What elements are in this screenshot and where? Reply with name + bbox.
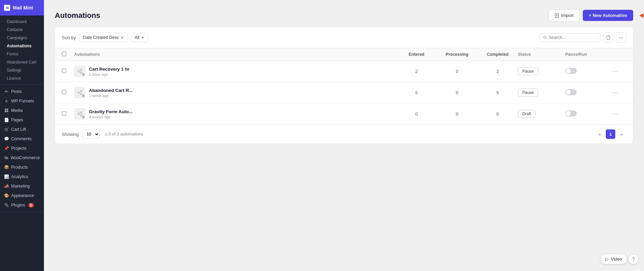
row2-more-button[interactable]: ··· — [613, 90, 618, 96]
wp-funnels-icon: ≡ — [4, 99, 9, 103]
row1-more-button[interactable]: ··· — [613, 68, 618, 74]
sidebar-item-products[interactable]: 📦 Products — [0, 163, 44, 172]
row1-processing: 0 — [437, 69, 477, 74]
wp-nav-section: ✏ Posts ≡ WP Funnels 🖼 Media 📄 Pages 🛒 C… — [0, 85, 44, 212]
row3-name[interactable]: Gravity Form Auto... — [89, 109, 133, 114]
sidebar-item-plugins[interactable]: 🔌 Plugins 5 — [0, 200, 44, 210]
first-page-button[interactable]: « — [595, 129, 604, 139]
row3-automation-cell: Gravity Form Auto... 4 weeks ago — [74, 108, 396, 120]
page-title: Automations — [55, 11, 100, 20]
row1-checkbox-cell — [62, 69, 74, 74]
video-play-icon: ▷ — [605, 256, 609, 262]
select-all-checkbox[interactable] — [62, 52, 66, 56]
pages-icon: 📄 — [4, 118, 9, 122]
media-icon: 🖼 — [4, 108, 9, 113]
sidebar-item-contacts[interactable]: Contacts — [0, 26, 44, 34]
row1-entered: 2 — [396, 69, 437, 74]
row3-more-button[interactable]: ··· — [613, 111, 618, 117]
sidebar-item-posts[interactable]: ✏ Posts — [0, 87, 44, 96]
sidebar: ✉ Mail Mint Dashboard Contacts Campaigns… — [0, 0, 44, 271]
row2-automation-icon — [74, 87, 86, 98]
sidebar-item-licence[interactable]: Licence — [0, 74, 44, 82]
sidebar-item-settings[interactable]: Settings — [0, 66, 44, 74]
last-page-button[interactable]: » — [617, 129, 626, 139]
sidebar-item-cart-lift[interactable]: 🛒 Cart Lift — [0, 125, 44, 134]
help-button[interactable]: ? — [628, 254, 639, 264]
per-page-select[interactable]: 10 25 50 — [82, 130, 100, 139]
sort-select[interactable]: Date Created Desc ▼ — [79, 33, 127, 42]
more-dots-icon: ··· — [619, 35, 623, 40]
row3-checkbox[interactable] — [62, 111, 66, 116]
sidebar-item-wp-funnels[interactable]: ≡ WP Funnels — [0, 96, 44, 106]
brand[interactable]: ✉ Mail Mint — [0, 0, 44, 16]
sidebar-item-comments[interactable]: 💬 Comments — [0, 134, 44, 144]
col-processing: Processing — [437, 52, 477, 57]
row2-actions-cell: ··· — [613, 90, 626, 96]
sidebar-item-forms[interactable]: Forms — [0, 50, 44, 58]
row1-toggle[interactable] — [565, 68, 577, 74]
appearance-icon: 🎨 — [4, 193, 9, 198]
row1-toggle-cell — [565, 68, 613, 75]
filter-select[interactable]: All ▼ — [131, 33, 148, 42]
automation-flow-icon — [77, 111, 82, 117]
table-row: Gravity Form Auto... 4 weeks ago 0 0 0 D… — [55, 103, 633, 124]
page-range: 1-3 of 3 automations — [105, 132, 143, 137]
row2-name[interactable]: Abandoned Cart R... — [89, 88, 133, 93]
automation-flow-icon — [77, 69, 82, 74]
sidebar-item-abandoned-cart[interactable]: Abandoned Cart — [0, 58, 44, 66]
row1-checkbox[interactable] — [62, 69, 66, 73]
svg-point-9 — [80, 72, 82, 74]
plugins-icon: 🔌 — [4, 203, 9, 207]
row3-automation-icon — [74, 108, 86, 120]
row2-checkbox[interactable] — [62, 90, 66, 94]
sidebar-item-woocommerce[interactable]: 🛍 WooCommerce — [0, 153, 44, 163]
refresh-button[interactable] — [603, 32, 613, 43]
brand-name: Mail Mint — [13, 5, 33, 10]
row2-toggle[interactable] — [565, 89, 577, 95]
row3-toggle[interactable] — [565, 110, 577, 117]
video-button[interactable]: ▷ Video — [600, 254, 627, 264]
import-button[interactable]: Import — [549, 9, 579, 21]
search-box — [540, 33, 600, 42]
filter-chevron-icon: ▼ — [141, 36, 144, 40]
sidebar-item-pages[interactable]: 📄 Pages — [0, 115, 44, 125]
row3-status-cell: Draft — [518, 110, 565, 118]
svg-point-12 — [78, 92, 79, 94]
sidebar-item-dashboard[interactable]: Dashboard — [0, 18, 44, 26]
svg-point-13 — [80, 91, 82, 92]
row2-processing: 0 — [437, 90, 477, 95]
sidebar-item-marketing[interactable]: 📣 Marketing — [0, 181, 44, 191]
row1-status-cell: Pause — [518, 67, 565, 75]
row1-automation-icon — [74, 66, 86, 77]
col-automations: Automations — [74, 52, 396, 57]
row2-completed: 5 — [477, 90, 518, 95]
more-options-button[interactable]: ··· — [616, 32, 626, 43]
woocommerce-icon: 🛍 — [4, 155, 8, 160]
row3-status-badge[interactable]: Draft — [518, 110, 535, 118]
row2-checkbox-cell — [62, 90, 74, 95]
svg-line-21 — [79, 114, 80, 115]
row1-automation-cell: Cart Recovery 1 hr 2 days ago — [74, 66, 396, 77]
row1-name[interactable]: Cart Recovery 1 hr — [89, 67, 129, 72]
posts-icon: ✏ — [4, 89, 9, 94]
table-row: Cart Recovery 1 hr 2 days ago 2 0 2 Paus… — [55, 61, 633, 82]
col-pause-run: Pause/Run — [565, 52, 613, 57]
sidebar-item-media[interactable]: 🖼 Media — [0, 106, 44, 115]
comments-icon: 💬 — [4, 137, 9, 141]
row1-status-badge[interactable]: Pause — [518, 67, 538, 75]
plugins-badge: 5 — [28, 203, 34, 207]
sidebar-item-projects[interactable]: 📌 Projects — [0, 144, 44, 153]
sidebar-item-appearance[interactable]: 🎨 Appearance — [0, 191, 44, 200]
svg-point-4 — [544, 36, 546, 38]
search-input[interactable] — [549, 35, 597, 40]
refresh-icon — [606, 35, 611, 40]
col-entered: Entered — [396, 52, 437, 57]
table-toolbar: Sort by Date Created Desc ▼ All ▼ — [55, 27, 633, 48]
sidebar-item-analytics[interactable]: 📊 Analytics — [0, 172, 44, 181]
sidebar-item-campaigns[interactable]: Campaigns — [0, 34, 44, 42]
sidebar-item-automations[interactable]: Automations — [0, 42, 44, 50]
row2-status-cell: Pause — [518, 89, 565, 97]
row2-status-badge[interactable]: Pause — [518, 89, 538, 97]
new-automation-button[interactable]: + New Automation — [583, 10, 633, 21]
row1-actions-cell: ··· — [613, 68, 626, 74]
